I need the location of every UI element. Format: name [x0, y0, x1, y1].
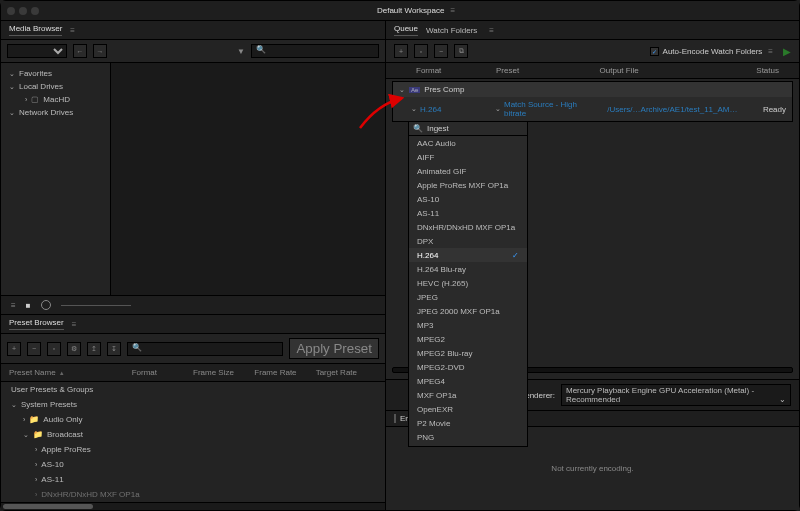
- thumb-view-icon[interactable]: ■: [26, 301, 31, 310]
- dropdown-item[interactable]: JPEG: [409, 290, 527, 304]
- preset-row-broadcast[interactable]: ⌄📁Broadcast: [1, 427, 385, 442]
- col-preset-name[interactable]: Preset Name▲: [9, 368, 132, 377]
- media-preview-area: [111, 63, 385, 295]
- dropdown-item[interactable]: JPEG 2000 MXF OP1a: [409, 304, 527, 318]
- settings-button[interactable]: ⚙: [67, 342, 81, 356]
- dropdown-item[interactable]: QuickTime: [409, 444, 527, 446]
- dropdown-item[interactable]: PNG: [409, 430, 527, 444]
- nav-back-button[interactable]: ←: [73, 44, 87, 58]
- auto-encode-checkbox[interactable]: ✓ Auto-Encode Watch Folders: [650, 47, 763, 56]
- job-header[interactable]: ⌄ Ae Pres Comp: [393, 82, 792, 97]
- minimize-icon[interactable]: [19, 7, 27, 15]
- job-name: Pres Comp: [424, 85, 464, 94]
- start-queue-button[interactable]: ▶: [783, 46, 791, 57]
- tree-network-drives[interactable]: ⌄Network Drives: [1, 106, 110, 119]
- col-target-rate[interactable]: Target Rate: [316, 368, 377, 377]
- media-browser-tab[interactable]: Media Browser: [9, 24, 62, 36]
- preset-row-apple-prores[interactable]: ›Apple ProRes: [1, 442, 385, 457]
- panel-menu-icon[interactable]: ≡: [70, 26, 75, 35]
- col-output[interactable]: Output File: [600, 66, 729, 75]
- add-preset-button[interactable]: +: [7, 342, 21, 356]
- workspace-label[interactable]: Default Workspace: [377, 6, 444, 15]
- output-file-link[interactable]: /Users/…Archive/AE1/test_11_AME/Pres Com…: [607, 105, 740, 114]
- dropdown-item[interactable]: H.264 Blu-ray: [409, 262, 527, 276]
- col-format[interactable]: Format: [416, 66, 496, 75]
- dropdown-item[interactable]: H.264✓: [409, 248, 527, 262]
- remove-preset-button[interactable]: −: [27, 342, 41, 356]
- preset-row-as11[interactable]: ›AS-11: [1, 472, 385, 487]
- dropdown-item[interactable]: AS-10: [409, 192, 527, 206]
- add-output-button[interactable]: ▫: [414, 44, 428, 58]
- panel-menu-icon[interactable]: ≡: [489, 26, 494, 35]
- slider-track[interactable]: [61, 305, 131, 306]
- checkbox-icon: ✓: [650, 47, 659, 56]
- apply-preset-button[interactable]: Apply Preset: [289, 338, 379, 359]
- dropdown-item[interactable]: Animated GIF: [409, 164, 527, 178]
- preset-row-audio-only[interactable]: ›📁Audio Only: [1, 412, 385, 427]
- dropdown-item[interactable]: MPEG2 Blu-ray: [409, 346, 527, 360]
- scroll-thumb[interactable]: [3, 504, 93, 509]
- dropdown-item[interactable]: MPEG2-DVD: [409, 360, 527, 374]
- format-value: H.264: [420, 105, 441, 114]
- col-frame-size[interactable]: Frame Size: [193, 368, 254, 377]
- flex-view-icon[interactable]: ≡: [11, 301, 16, 310]
- queue-job[interactable]: ⌄ Ae Pres Comp ⌄ H.264 ⌄ Match Source - …: [392, 81, 793, 122]
- export-button[interactable]: ↧: [107, 342, 121, 356]
- col-frame-rate[interactable]: Frame Rate: [254, 368, 315, 377]
- dropdown-item[interactable]: MP3: [409, 318, 527, 332]
- dropdown-search-value[interactable]: Ingest: [427, 124, 449, 133]
- dropdown-item[interactable]: P2 Movie: [409, 416, 527, 430]
- preset-row-system[interactable]: ⌄System Presets: [1, 397, 385, 412]
- remove-button[interactable]: −: [434, 44, 448, 58]
- dropdown-item[interactable]: MPEG2: [409, 332, 527, 346]
- panel-menu-icon[interactable]: ≡: [72, 320, 77, 329]
- dropdown-item[interactable]: AIFF: [409, 150, 527, 164]
- close-icon[interactable]: [7, 7, 15, 15]
- format-select[interactable]: ⌄ H.264: [411, 105, 489, 114]
- add-source-button[interactable]: +: [394, 44, 408, 58]
- col-format[interactable]: Format: [132, 368, 193, 377]
- dropdown-item[interactable]: MPEG4: [409, 374, 527, 388]
- media-filter-select[interactable]: [7, 44, 67, 58]
- thumbnail-size-slider[interactable]: [41, 300, 51, 310]
- media-search-input[interactable]: 🔍: [251, 44, 379, 58]
- zoom-icon[interactable]: [31, 7, 39, 15]
- folder-icon: 📁: [29, 415, 39, 424]
- preset-row-user[interactable]: User Presets & Groups: [1, 382, 385, 397]
- drive-icon: ▢: [31, 95, 39, 104]
- dropdown-item[interactable]: MXF OP1a: [409, 388, 527, 402]
- dropdown-item[interactable]: AAC Audio: [409, 136, 527, 150]
- window-controls[interactable]: [7, 7, 39, 15]
- filter-icon[interactable]: ▼: [237, 47, 245, 56]
- hamburger-icon[interactable]: ≡: [450, 6, 455, 15]
- new-folder-button[interactable]: ▫: [47, 342, 61, 356]
- duplicate-button[interactable]: ⧉: [454, 44, 468, 58]
- horizontal-scrollbar[interactable]: [1, 502, 385, 510]
- watch-folders-tab[interactable]: Watch Folders: [426, 26, 477, 35]
- dropdown-item[interactable]: HEVC (H.265): [409, 276, 527, 290]
- dropdown-item[interactable]: Apple ProRes MXF OP1a: [409, 178, 527, 192]
- dropdown-item[interactable]: DPX: [409, 234, 527, 248]
- renderer-select[interactable]: Mercury Playback Engine GPU Acceleration…: [561, 384, 791, 406]
- nav-forward-button[interactable]: →: [93, 44, 107, 58]
- sort-up-icon: ▲: [59, 370, 65, 376]
- preset-row-as10[interactable]: ›AS-10: [1, 457, 385, 472]
- media-browser-header: Media Browser ≡: [1, 21, 385, 40]
- preset-search-input[interactable]: 🔍: [127, 342, 283, 356]
- dropdown-item[interactable]: DNxHR/DNxHD MXF OP1a: [409, 220, 527, 234]
- queue-menu-icon[interactable]: ≡: [768, 47, 773, 56]
- col-preset[interactable]: Preset: [496, 66, 600, 75]
- dropdown-item[interactable]: OpenEXR: [409, 402, 527, 416]
- queue-tab[interactable]: Queue: [394, 24, 418, 36]
- search-icon: 🔍: [256, 45, 266, 54]
- dropdown-item[interactable]: AS-11: [409, 206, 527, 220]
- import-button[interactable]: ↥: [87, 342, 101, 356]
- tree-favorites[interactable]: ⌄Favorites: [1, 67, 110, 80]
- preset-select[interactable]: ⌄ Match Source - High bitrate: [495, 100, 601, 118]
- preset-row-dnxhr[interactable]: ›DNxHR/DNxHD MXF OP1a: [1, 487, 385, 502]
- tree-machd[interactable]: ›▢MacHD: [1, 93, 110, 106]
- col-status[interactable]: Status: [729, 66, 779, 75]
- tree-local-drives[interactable]: ⌄Local Drives: [1, 80, 110, 93]
- chevron-down-icon: ⌄: [411, 105, 417, 113]
- preset-browser-tab[interactable]: Preset Browser: [9, 318, 64, 330]
